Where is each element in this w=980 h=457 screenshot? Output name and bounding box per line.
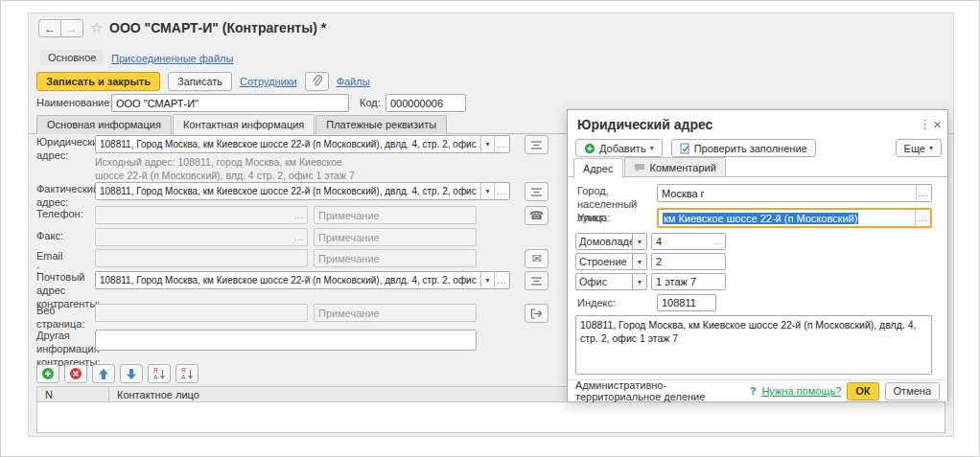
paperclip-icon	[311, 75, 323, 88]
legal-address-ellipsis-button[interactable]: ...	[494, 136, 509, 152]
more-button[interactable]: Еще ▾	[896, 139, 942, 157]
sort-descending-icon: Я А	[180, 367, 194, 380]
postal-address-form-button[interactable]	[525, 271, 548, 290]
postal-address-field[interactable]: 108811, Город Москва, км Киевское шоссе …	[95, 271, 510, 289]
code-input[interactable]	[385, 94, 466, 112]
sort-ascending-button[interactable]: Я А	[148, 364, 171, 383]
form-tab-strip: Основная информацияКонтактная информация…	[36, 114, 448, 134]
building-type-combo[interactable]: Строение ▾	[575, 253, 647, 270]
arrow-up-icon	[98, 368, 109, 380]
postal-address-ellipsis-button[interactable]: ...	[494, 272, 509, 288]
email-field[interactable]	[95, 249, 308, 267]
house-type-dropdown-icon[interactable]: ▾	[633, 233, 647, 250]
fax-field[interactable]: ...	[95, 228, 308, 246]
sort-ascending-icon: Я А	[152, 367, 166, 380]
cancel-button[interactable]: Отмена	[885, 382, 940, 400]
building-type-dropdown-icon[interactable]: ▾	[633, 253, 647, 270]
actual-address-field[interactable]: 108811, Город Москва, км Киевское шоссе …	[95, 182, 510, 200]
delete-row-button[interactable]	[64, 364, 87, 383]
postcode-value: 108811	[658, 297, 715, 308]
postcode-field[interactable]: 108811	[657, 294, 716, 311]
forward-button[interactable]: →	[60, 19, 83, 37]
save-and-close-button[interactable]: Записать и закрыть	[36, 72, 160, 91]
email-note-input[interactable]	[314, 249, 477, 267]
svg-text:Я: Я	[153, 367, 158, 374]
office-type-dropdown-icon[interactable]: ▾	[633, 273, 647, 290]
save-button[interactable]: Записать	[168, 72, 232, 91]
house-value: 4	[652, 236, 710, 247]
postal-address-dropdown-icon[interactable]: ▾	[480, 272, 494, 288]
other-info-field[interactable]	[95, 330, 477, 351]
tab-comment[interactable]: Комментарий	[624, 157, 726, 176]
delete-icon	[69, 367, 82, 380]
back-button[interactable]: ←	[38, 19, 61, 37]
legal-address-value: 108811, Город Москва, км Киевское шоссе …	[96, 139, 480, 149]
street-value-selected: км Киевское шоссе 22-й (п Московский)	[663, 213, 858, 224]
add-row-button[interactable]	[36, 364, 59, 383]
phone-dial-button[interactable]: ☎	[525, 206, 548, 225]
tab-basic-info[interactable]: Основная информация	[36, 115, 172, 134]
actual-address-ellipsis-button[interactable]: ...	[494, 183, 509, 199]
city-field[interactable]: Москва г ...	[657, 184, 932, 202]
column-header-number[interactable]: N	[37, 387, 109, 401]
contacts-table-body[interactable]	[36, 402, 945, 433]
move-up-button[interactable]	[92, 364, 115, 383]
website-field[interactable]	[95, 304, 308, 322]
employees-link[interactable]: Сотрудники	[240, 76, 297, 87]
legal-address-dropdown-icon[interactable]: ▾	[480, 136, 494, 152]
phone-label: Телефон:	[36, 208, 83, 221]
legal-address-form-button[interactable]	[525, 135, 548, 154]
comment-bubble-icon	[634, 163, 645, 172]
need-help-link[interactable]: Нужна помощь?	[761, 385, 841, 397]
actual-address-form-button[interactable]	[525, 182, 548, 201]
fax-note-input[interactable]	[314, 228, 477, 246]
city-ellipsis-button[interactable]: ...	[916, 185, 931, 201]
phone-note-input[interactable]	[314, 206, 477, 224]
address-lines-icon	[530, 276, 543, 286]
legal-address-field[interactable]: 108811, Город Москва, км Киевское шоссе …	[95, 135, 510, 153]
house-field[interactable]: 4 ...	[651, 233, 726, 250]
phone-ellipsis-button[interactable]: ...	[292, 207, 307, 223]
office-value: 1 этаж 7	[652, 276, 725, 287]
office-type-combo[interactable]: Офис ▾	[575, 273, 647, 290]
favorite-star-icon[interactable]: ☆	[90, 19, 103, 36]
building-field[interactable]: 2	[651, 253, 726, 270]
svg-text:А: А	[153, 374, 158, 380]
fax-ellipsis-button[interactable]: ...	[292, 229, 307, 245]
help-question-icon[interactable]: ?	[750, 385, 757, 397]
city-value: Москва г	[658, 188, 916, 199]
move-down-button[interactable]	[120, 364, 143, 383]
office-field[interactable]: 1 этаж 7	[651, 273, 726, 290]
add-button[interactable]: Добавить ▾	[575, 139, 663, 157]
attach-button[interactable]	[305, 72, 329, 91]
files-link[interactable]: Файлы	[337, 76, 370, 87]
dialog-close-icon[interactable]: ×	[933, 116, 942, 132]
check-fill-button[interactable]: Проверить заполнение	[671, 139, 816, 157]
name-input[interactable]	[111, 94, 349, 112]
house-type-combo[interactable]: Домовладение ▾	[575, 233, 647, 250]
house-ellipsis-button[interactable]: ...	[710, 234, 725, 249]
postal-address-value: 108811, Город Москва, км Киевское шоссе …	[96, 275, 480, 286]
nav-tab-main[interactable]: Основное	[40, 50, 104, 65]
dialog-toolbar: Добавить ▾ Проверить заполнение Еще ▾	[575, 139, 942, 157]
open-website-button[interactable]	[525, 304, 548, 323]
tab-address[interactable]: Адрес	[573, 158, 623, 178]
add-icon	[41, 367, 55, 380]
admin-division-link[interactable]: Административно-территориальное деление	[575, 379, 744, 402]
phone-field[interactable]: ...	[95, 206, 308, 224]
nav-link-attached-files[interactable]: Присоединенные файлы	[111, 53, 233, 64]
more-button-label: Еще	[904, 143, 925, 154]
sort-descending-button[interactable]: Я А	[175, 364, 198, 383]
street-field[interactable]: км Киевское шоссе 22-й (п Московский) ..…	[657, 208, 932, 228]
tab-contact-info[interactable]: Контактная информация	[173, 114, 315, 134]
street-ellipsis-button[interactable]: ...	[915, 210, 930, 226]
dialog-menu-icon[interactable]: ⋮	[919, 117, 931, 131]
send-email-button[interactable]: ✉	[525, 249, 548, 268]
page-title: ООО "СМАРТ-И" (Контрагенты) *	[109, 20, 326, 35]
tab-payment-details[interactable]: Платежные реквизиты	[315, 115, 447, 134]
ok-button[interactable]: ОК	[847, 382, 878, 400]
actual-address-dropdown-icon[interactable]: ▾	[480, 183, 494, 199]
website-note-input[interactable]	[314, 304, 477, 322]
full-address-textarea[interactable]: 108811, Город Москва, км Киевское шоссе …	[575, 315, 932, 375]
document-check-icon	[680, 143, 690, 154]
